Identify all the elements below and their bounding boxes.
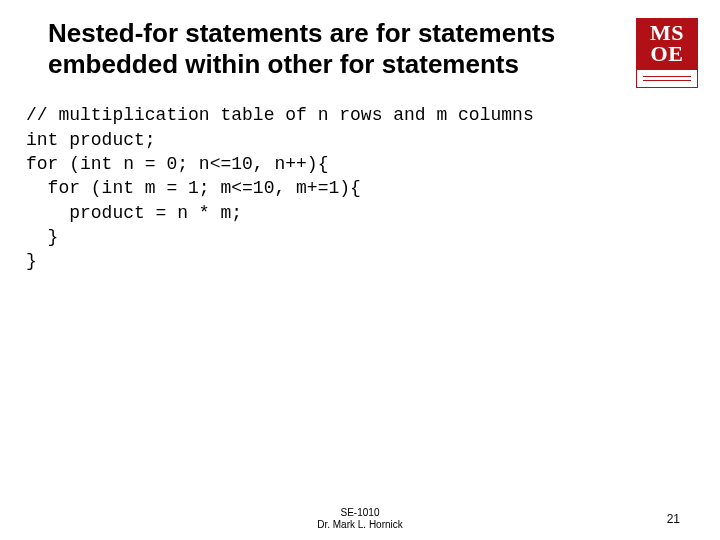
logo-text: MS OE — [650, 23, 684, 65]
code-line-7: } — [26, 251, 37, 271]
code-line-4: for (int m = 1; m<=10, m+=1){ — [26, 178, 361, 198]
code-line-5: product = n * m; — [26, 203, 242, 223]
footer-course: SE-1010 — [341, 507, 380, 518]
logo-top: MS OE — [636, 18, 698, 70]
footer-author: Dr. Mark L. Hornick — [317, 519, 403, 530]
page-number: 21 — [667, 512, 680, 526]
code-block: // multiplication table of n rows and m … — [26, 103, 690, 273]
slide-footer: SE-1010 Dr. Mark L. Hornick — [0, 507, 720, 530]
logo-line2: OE — [651, 41, 684, 66]
code-line-2: int product; — [26, 130, 156, 150]
slide: MS OE Nested-for statements are for stat… — [0, 0, 720, 540]
code-line-1: // multiplication table of n rows and m … — [26, 105, 534, 125]
code-line-6: } — [26, 227, 58, 247]
code-line-3: for (int n = 0; n<=10, n++){ — [26, 154, 328, 174]
logo-bottom — [636, 70, 698, 88]
slide-title: Nested-for statements are for statements… — [48, 18, 690, 79]
institution-logo: MS OE — [636, 18, 698, 92]
